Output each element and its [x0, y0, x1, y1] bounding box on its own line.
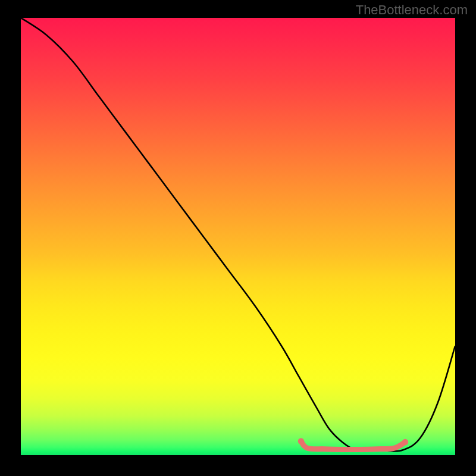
chart-plot-area — [21, 18, 455, 455]
marker-group — [298, 438, 409, 449]
optimal-range-endpoint — [298, 438, 304, 444]
bottleneck-curve — [21, 18, 455, 451]
chart-svg — [21, 18, 455, 455]
watermark-text: TheBottleneck.com — [356, 2, 468, 18]
optimal-range-endpoint — [402, 439, 408, 445]
optimal-range-marker — [301, 441, 405, 450]
curve-group — [21, 18, 455, 451]
